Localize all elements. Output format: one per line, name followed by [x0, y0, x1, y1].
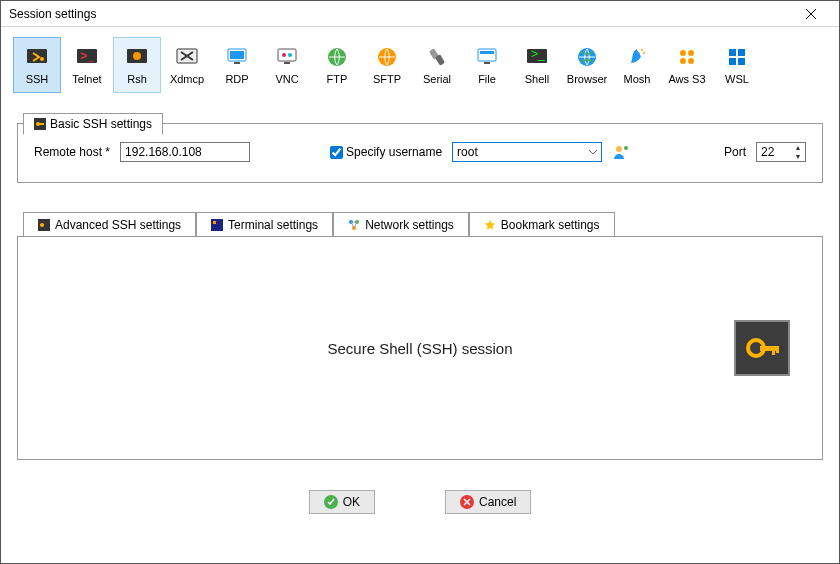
rdp-icon: [225, 45, 249, 69]
shell-icon: >_: [525, 45, 549, 69]
browser-icon: [575, 45, 599, 69]
port-input[interactable]: [757, 143, 791, 161]
session-type-label: SFTP: [373, 73, 401, 85]
port-label: Port: [724, 145, 746, 159]
svg-rect-33: [738, 49, 745, 56]
svg-rect-54: [776, 346, 779, 353]
titlebar: Session settings: [1, 1, 839, 27]
session-type-rsh[interactable]: Rsh: [113, 37, 161, 93]
dialog-buttons: OK Cancel: [17, 490, 823, 514]
basic-settings-group: Basic SSH settings Remote host * Specify…: [17, 123, 823, 183]
svg-point-31: [688, 58, 694, 64]
key-icon: [38, 219, 50, 231]
key-icon: [34, 118, 46, 130]
star-icon: [484, 219, 496, 231]
tab-terminal[interactable]: Terminal settings: [196, 212, 333, 237]
tab-advanced-ssh[interactable]: Advanced SSH settings: [23, 212, 196, 237]
session-type-vnc[interactable]: VNC: [263, 37, 311, 93]
sub-tab-bar: Advanced SSH settings Terminal settings …: [23, 211, 823, 236]
svg-rect-11: [234, 62, 240, 64]
session-type-awss3[interactable]: Aws S3: [663, 37, 711, 93]
rsh-icon: [125, 45, 149, 69]
wsl-icon: [725, 45, 749, 69]
terminal-icon: [211, 219, 223, 231]
specify-username-check[interactable]: [330, 146, 343, 159]
remote-host-label: Remote host *: [34, 145, 110, 159]
session-type-ssh[interactable]: SSH: [13, 37, 61, 93]
basic-settings-title: Basic SSH settings: [50, 117, 152, 131]
svg-text:>_: >_: [80, 49, 94, 63]
session-type-shell[interactable]: >_ Shell: [513, 37, 561, 93]
tab-bookmark[interactable]: Bookmark settings: [469, 212, 615, 237]
credentials-manager-button[interactable]: [612, 143, 630, 161]
tab-label: Advanced SSH settings: [55, 218, 181, 232]
basic-settings-tab[interactable]: Basic SSH settings: [23, 113, 163, 135]
session-type-browser[interactable]: Browser: [563, 37, 611, 93]
session-type-telnet[interactable]: >_ Telnet: [63, 37, 111, 93]
cancel-button[interactable]: Cancel: [445, 490, 531, 514]
port-spinner[interactable]: ▲ ▼: [756, 142, 806, 162]
session-type-label: Mosh: [624, 73, 651, 85]
username-input[interactable]: [452, 142, 602, 162]
session-description: Secure Shell (SSH) session: [327, 340, 512, 357]
session-type-label: VNC: [275, 73, 298, 85]
session-type-toolbar: SSH >_ Telnet Rsh Xdmcp R: [1, 27, 839, 101]
svg-rect-52: [760, 346, 778, 351]
sftp-icon: [375, 45, 399, 69]
session-type-serial[interactable]: Serial: [413, 37, 461, 93]
remote-host-input[interactable]: [120, 142, 250, 162]
network-icon: [348, 219, 360, 231]
ok-button[interactable]: OK: [309, 490, 375, 514]
session-type-label: SSH: [26, 73, 49, 85]
svg-rect-10: [230, 51, 244, 59]
session-type-file[interactable]: File: [463, 37, 511, 93]
tab-network[interactable]: Network settings: [333, 212, 469, 237]
session-type-xdmcp[interactable]: Xdmcp: [163, 37, 211, 93]
session-type-label: Browser: [567, 73, 607, 85]
tab-label: Terminal settings: [228, 218, 318, 232]
port-spin-down[interactable]: ▼: [791, 152, 805, 161]
svg-point-14: [288, 53, 292, 57]
ssh-big-icon: [734, 320, 790, 376]
svg-point-39: [616, 146, 622, 152]
svg-point-40: [624, 146, 628, 150]
svg-point-26: [641, 49, 643, 51]
close-icon: [806, 9, 816, 19]
svg-rect-20: [478, 49, 496, 61]
check-icon: [324, 495, 338, 509]
button-label: Cancel: [479, 495, 516, 509]
svg-rect-35: [738, 58, 745, 65]
session-type-label: RDP: [225, 73, 248, 85]
session-type-label: File: [478, 73, 496, 85]
session-type-mosh[interactable]: Mosh: [613, 37, 661, 93]
svg-text:>_: >_: [531, 47, 545, 61]
telnet-icon: >_: [75, 45, 99, 69]
specify-username-checkbox[interactable]: Specify username: [330, 145, 442, 159]
xdmcp-icon: [175, 45, 199, 69]
svg-rect-12: [278, 49, 296, 61]
session-type-wsl[interactable]: WSL: [713, 37, 761, 93]
port-spin-up[interactable]: ▲: [791, 143, 805, 152]
session-type-label: Aws S3: [668, 73, 705, 85]
username-combo[interactable]: [452, 142, 602, 162]
awss3-icon: [675, 45, 699, 69]
session-type-rdp[interactable]: RDP: [213, 37, 261, 93]
svg-point-27: [643, 52, 645, 54]
svg-rect-34: [729, 58, 736, 65]
svg-point-7: [133, 52, 141, 60]
svg-point-28: [680, 50, 686, 56]
session-type-ftp[interactable]: FTP: [313, 37, 361, 93]
svg-point-3: [40, 57, 44, 61]
svg-point-42: [40, 223, 44, 227]
session-type-sftp[interactable]: SFTP: [363, 37, 411, 93]
svg-rect-43: [211, 219, 223, 231]
session-type-label: Serial: [423, 73, 451, 85]
ssh-icon: [25, 45, 49, 69]
mosh-icon: [625, 45, 649, 69]
session-description-panel: Secure Shell (SSH) session: [17, 236, 823, 460]
session-type-label: Shell: [525, 73, 549, 85]
svg-point-30: [680, 58, 686, 64]
close-button[interactable]: [791, 1, 831, 27]
session-type-label: Telnet: [72, 73, 101, 85]
svg-rect-53: [772, 346, 775, 355]
